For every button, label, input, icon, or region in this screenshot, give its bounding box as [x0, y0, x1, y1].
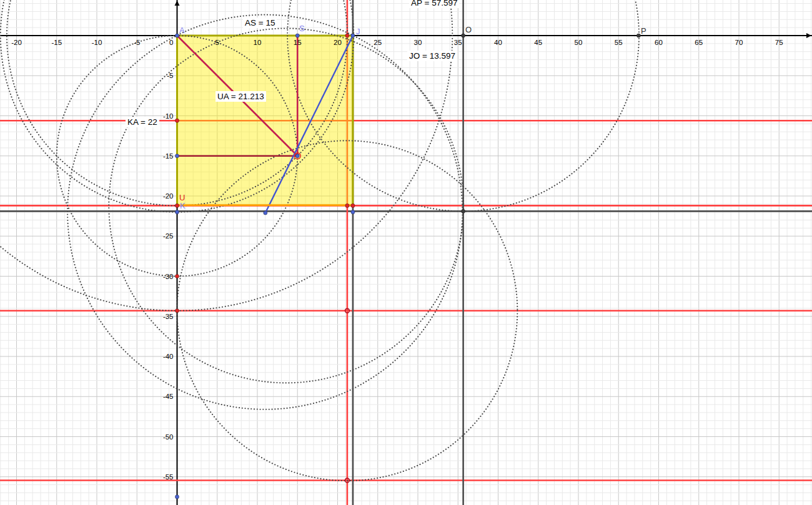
construction-svg	[0, 0, 812, 505]
point-corner-blue[interactable]	[351, 210, 355, 214]
point-blue-foot[interactable]	[264, 211, 267, 215]
point-y-34[interactable]	[175, 309, 179, 313]
x-axis-arrow-icon	[806, 33, 811, 38]
point-bisector-left[interactable]	[175, 119, 179, 122]
point-mid-left[interactable]	[175, 154, 179, 158]
point-J[interactable]	[351, 34, 355, 37]
point-K[interactable]	[175, 210, 179, 214]
point-center[interactable]	[295, 154, 299, 158]
point-corner-red-outer[interactable]	[351, 203, 355, 207]
point-y-30[interactable]	[175, 274, 179, 278]
point-corner-red-inner[interactable]	[345, 203, 349, 207]
point-xaxis-red[interactable]	[345, 34, 349, 37]
point-U[interactable]	[175, 203, 179, 207]
point-P[interactable]	[636, 34, 640, 37]
point-dark-cross[interactable]	[462, 209, 465, 213]
geometry-canvas: -20-15-10-505101520253035404550556065707…	[0, 0, 812, 505]
point-y-57[interactable]	[175, 495, 179, 499]
point-S[interactable]	[295, 34, 299, 37]
y-axis-arrow-icon	[175, 1, 180, 6]
point-A[interactable]	[175, 34, 179, 37]
point-O[interactable]	[462, 34, 465, 37]
